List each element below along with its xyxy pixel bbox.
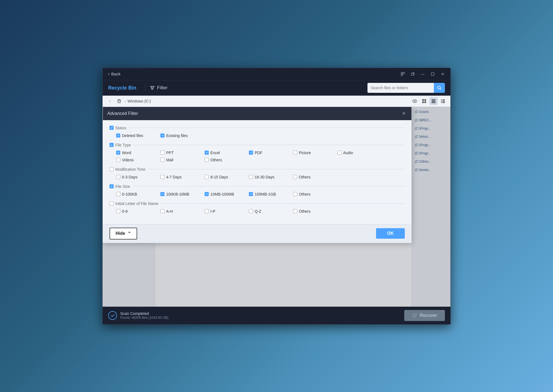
letter-a-h-checkbox[interactable] (160, 209, 165, 213)
days-8-15-checkbox[interactable] (205, 175, 209, 179)
videos-item[interactable]: Videos (116, 158, 160, 162)
pdf-item[interactable]: PDF (249, 151, 293, 155)
eye-button[interactable] (411, 97, 419, 105)
existing-files-checkbox[interactable] (160, 133, 165, 138)
days-4-7-label: 4-7 Days (166, 175, 182, 179)
word-item[interactable]: Word (116, 151, 160, 155)
others-time-checkbox[interactable] (293, 175, 297, 179)
size-0-100kb-item[interactable]: 0-100KB (116, 192, 160, 196)
section-line (129, 128, 405, 128)
others-filetype-checkbox[interactable] (205, 158, 209, 162)
days-16-30-item[interactable]: 16-30 Days (249, 175, 293, 179)
recover-button[interactable]: Recover (404, 310, 445, 321)
days-0-3-item[interactable]: 0-3 Days (116, 175, 160, 179)
others-letter-checkbox[interactable] (293, 209, 297, 213)
picture-item[interactable]: Picture (293, 151, 337, 155)
minimize-button[interactable]: — (418, 70, 427, 78)
main-content: › W Wind... › H HP_R... › H HP_T... › S (103, 107, 450, 307)
letter-i-p-label: I-P (210, 209, 215, 214)
breadcrumb-bar: ↑ › Windows (C:) (103, 96, 450, 107)
navigate-up-button[interactable]: ↑ (106, 97, 114, 105)
detail-view-button[interactable] (439, 97, 447, 105)
scan-status: Scan Completed Found: 46258 files (1033.… (108, 311, 168, 320)
deleted-files-item[interactable]: Deleted files (116, 133, 160, 138)
others-time-item[interactable]: Others (293, 175, 337, 179)
trash-icon (117, 99, 121, 103)
letter-q-z-checkbox[interactable] (249, 209, 253, 213)
letter-a-h-item[interactable]: A-H (160, 209, 205, 214)
mod-time-options: 0-3 Days 4-7 Days 8-15 Days (109, 175, 405, 179)
eye-icon (412, 99, 417, 103)
initial-letter-checkbox[interactable] (109, 201, 114, 206)
ppt-checkbox[interactable] (160, 151, 165, 155)
others-letter-item[interactable]: Others (293, 209, 337, 214)
search-input[interactable] (367, 83, 434, 93)
others-size-item[interactable]: Others (293, 192, 337, 196)
ok-button[interactable]: OK (376, 228, 405, 239)
pdf-checkbox[interactable] (249, 151, 253, 155)
existing-files-item[interactable]: Existing files (160, 133, 205, 138)
status-checkbox[interactable] (109, 126, 114, 130)
size-10mb-100mb-checkbox[interactable] (205, 192, 209, 196)
days-16-30-checkbox[interactable] (249, 175, 253, 179)
restore-button[interactable] (408, 70, 417, 78)
title-bar-left: ‹ Back (106, 70, 123, 78)
close-button[interactable]: ✕ (438, 70, 447, 78)
back-button[interactable]: ‹ Back (106, 70, 123, 78)
svg-rect-14 (432, 101, 435, 102)
size-100kb-10mb-item[interactable]: 100KB-10MB (160, 192, 205, 196)
search-icon (437, 86, 442, 90)
mail-checkbox[interactable] (160, 158, 165, 162)
initial-letter-options: 0-9 A-H I-P (109, 209, 405, 214)
others-filetype-item[interactable]: Others (205, 158, 249, 162)
status-options: Deleted files Existing files (109, 133, 405, 138)
days-4-7-checkbox[interactable] (160, 175, 165, 179)
recycle-bin-button[interactable]: Recycle Bin (108, 85, 141, 91)
letter-0-9-checkbox[interactable] (116, 209, 120, 213)
svg-rect-1 (403, 72, 405, 74)
size-0-100kb-checkbox[interactable] (116, 192, 120, 196)
excel-checkbox[interactable] (205, 151, 209, 155)
mail-item[interactable]: Mail (160, 158, 205, 162)
file-size-checkbox[interactable] (109, 184, 114, 188)
excel-item[interactable]: Excel (205, 151, 249, 155)
dialog-close-button[interactable]: ✕ (400, 110, 407, 117)
search-button[interactable] (434, 83, 445, 93)
days-0-3-checkbox[interactable] (116, 175, 120, 179)
list-view-button[interactable] (429, 97, 438, 105)
title-bar: ‹ Back — (103, 68, 450, 80)
letter-i-p-item[interactable]: I-P (205, 209, 249, 214)
file-type-section-header: File Type (109, 143, 405, 147)
letter-0-9-item[interactable]: 0-9 (116, 209, 160, 214)
snap-button[interactable] (398, 70, 407, 78)
maximize-button[interactable] (428, 70, 437, 78)
grid-view-button[interactable] (420, 97, 428, 105)
mod-time-checkbox[interactable] (109, 167, 114, 171)
picture-checkbox[interactable] (293, 151, 297, 155)
videos-checkbox[interactable] (116, 158, 120, 162)
delete-button[interactable] (115, 97, 123, 105)
size-100mb-1gb-item[interactable]: 100MB-1GB (249, 192, 293, 196)
word-checkbox[interactable] (116, 151, 120, 155)
letter-i-p-checkbox[interactable] (205, 209, 209, 213)
ppt-item[interactable]: PPT (160, 151, 205, 155)
list-icon (431, 99, 436, 103)
audio-item[interactable]: Audio (337, 151, 382, 155)
deleted-files-checkbox[interactable] (116, 133, 120, 138)
audio-checkbox[interactable] (337, 151, 341, 155)
file-type-checkbox[interactable] (109, 143, 114, 147)
size-100kb-10mb-checkbox[interactable] (160, 192, 165, 196)
days-8-15-item[interactable]: 8-15 Days (205, 175, 249, 179)
title-bar-controls: — ✕ (398, 70, 447, 78)
others-size-checkbox[interactable] (293, 192, 297, 196)
file-type-section-cb: File Type (109, 143, 131, 147)
chevron-up-icon: ⌃ (127, 231, 131, 236)
letter-q-z-item[interactable]: Q-Z (249, 209, 293, 214)
section-line (161, 203, 405, 204)
days-4-7-item[interactable]: 4-7 Days (160, 175, 205, 179)
filter-button[interactable]: Filter (150, 85, 168, 91)
scan-detail: Found: 46258 files (1033.60 GB) (120, 316, 168, 320)
size-10mb-100mb-item[interactable]: 10MB-100MB (205, 192, 249, 196)
size-100mb-1gb-checkbox[interactable] (249, 192, 253, 196)
hide-button[interactable]: Hide ⌃ (109, 228, 137, 240)
